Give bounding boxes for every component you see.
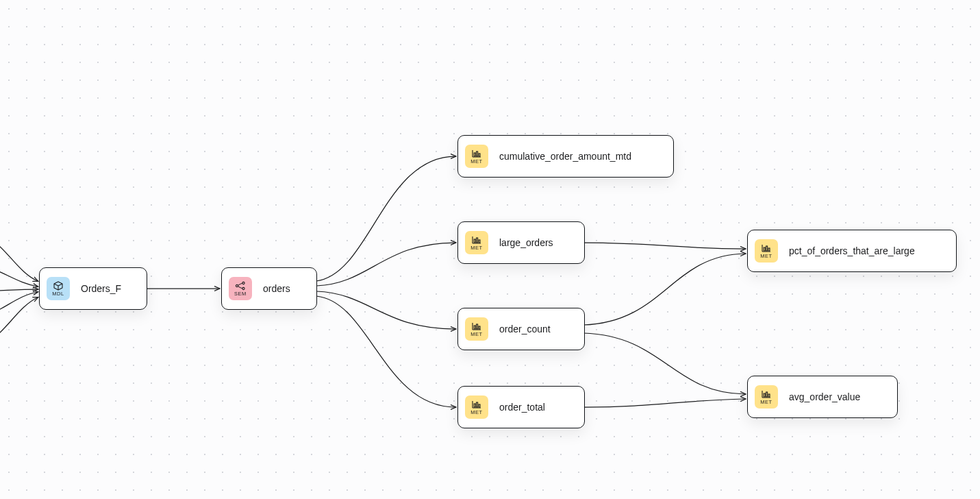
node-large-orders[interactable]: MET large_orders — [457, 221, 585, 264]
svg-rect-5 — [479, 154, 480, 156]
svg-rect-3 — [474, 153, 475, 156]
node-label: order_count — [499, 324, 551, 334]
mdl-badge: MDL — [47, 277, 70, 300]
svg-point-0 — [236, 284, 238, 287]
badge-label: MET — [470, 410, 482, 415]
bar-chart-icon — [761, 243, 772, 253]
node-orders-f[interactable]: MDL Orders_F — [39, 267, 147, 310]
svg-rect-14 — [479, 404, 480, 407]
svg-rect-20 — [768, 394, 770, 397]
node-avg-order-value[interactable]: MET avg_order_value — [747, 376, 898, 418]
node-label: pct_of_orders_that_are_large — [789, 245, 915, 256]
badge-label: MDL — [52, 291, 64, 297]
svg-rect-13 — [477, 402, 478, 407]
diagram-canvas[interactable]: MDL Orders_F SEM orders — [0, 0, 980, 499]
svg-rect-11 — [479, 326, 480, 329]
bar-chart-icon — [471, 400, 482, 409]
bar-chart-icon — [471, 149, 482, 158]
met-badge: MET — [465, 317, 488, 341]
node-label: order_total — [499, 402, 545, 413]
svg-rect-15 — [764, 247, 765, 251]
node-label: avg_order_value — [789, 391, 860, 402]
node-label: orders — [263, 283, 290, 294]
node-label: cumulative_order_amount_mtd — [499, 151, 631, 162]
sem-badge: SEM — [229, 277, 252, 300]
met-badge: MET — [755, 239, 778, 263]
met-badge: MET — [465, 395, 488, 419]
svg-rect-12 — [474, 404, 475, 407]
node-orders[interactable]: SEM orders — [221, 267, 317, 310]
svg-rect-19 — [766, 392, 768, 397]
badge-label: MET — [470, 245, 482, 251]
badge-label: MET — [760, 254, 772, 259]
branch-icon — [235, 281, 246, 291]
met-badge: MET — [465, 145, 488, 168]
node-label: large_orders — [499, 237, 553, 248]
bar-chart-icon — [471, 321, 482, 331]
svg-rect-6 — [474, 239, 475, 243]
badge-label: MET — [470, 332, 482, 337]
node-order-count[interactable]: MET order_count — [457, 308, 585, 350]
svg-rect-9 — [474, 326, 475, 329]
cube-icon — [53, 281, 64, 291]
svg-rect-7 — [477, 238, 478, 243]
met-badge: MET — [465, 231, 488, 254]
svg-rect-16 — [766, 246, 768, 251]
svg-rect-4 — [477, 151, 478, 156]
node-order-total[interactable]: MET order_total — [457, 386, 585, 428]
badge-label: SEM — [234, 291, 247, 297]
bar-chart-icon — [761, 389, 772, 399]
badge-label: MET — [760, 400, 772, 405]
svg-rect-8 — [479, 240, 480, 243]
svg-rect-18 — [764, 393, 765, 397]
svg-point-1 — [242, 282, 244, 284]
bar-chart-icon — [471, 235, 482, 245]
node-label: Orders_F — [81, 283, 121, 294]
node-pct-of-orders-that-are-large[interactable]: MET pct_of_orders_that_are_large — [747, 230, 957, 272]
node-cumulative-order-amount-mtd[interactable]: MET cumulative_order_amount_mtd — [457, 135, 674, 178]
met-badge: MET — [755, 385, 778, 409]
svg-rect-17 — [768, 248, 770, 251]
svg-rect-10 — [477, 324, 478, 329]
svg-point-2 — [242, 287, 244, 289]
badge-label: MET — [470, 159, 482, 165]
